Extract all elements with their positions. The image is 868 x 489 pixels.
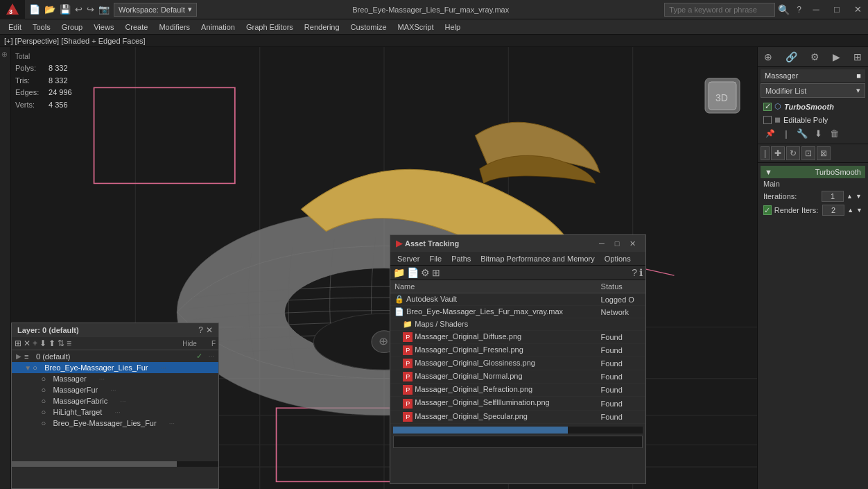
turbosm-spin-down[interactable]: ▼ [856, 193, 862, 200]
layer-tool-icon-5[interactable]: ⬆ [49, 338, 55, 348]
expand-arrow[interactable] [33, 397, 41, 405]
menu-item-views[interactable]: Views [88, 22, 119, 33]
layer-tool-icon-7[interactable]: ≡ [67, 338, 71, 348]
modifier-entry-editpoly[interactable]: ◼ Editable Poly [761, 113, 865, 126]
menu-item-customize[interactable]: Customize [345, 22, 392, 33]
turbosm-render-spin-down[interactable]: ▼ [856, 207, 862, 214]
open-icon[interactable]: 📂 [43, 3, 57, 15]
asset-close-button[interactable]: ✕ [625, 237, 640, 250]
layer-tool-icon-4[interactable]: ⬇ [40, 338, 46, 348]
asset-row-0[interactable]: 🔒Autodesk VaultLogged O [390, 293, 645, 306]
layer-row-1[interactable]: ▼○Breo_Eye-Massager_Lies_Fur··· [12, 362, 218, 373]
turbosm-spin-up[interactable]: ▲ [847, 193, 853, 200]
asset-row-7[interactable]: PMassager_Original_Refraction.pngFound [390, 384, 645, 397]
asset-row-3[interactable]: PMassager_Original_Diffuse.pngFound [390, 331, 645, 344]
layer-row-6[interactable]: ○Breo_Eye-Massager_Lies_Fur··· [12, 418, 218, 429]
asset-row-4[interactable]: PMassager_Original_Fresnel.pngFound [390, 344, 645, 357]
expand-arrow[interactable] [33, 420, 41, 427]
asset-menu-server[interactable]: Server [393, 253, 424, 264]
new-icon[interactable]: 📄 [28, 3, 42, 15]
expand-arrow[interactable] [33, 386, 41, 394]
asset-help-icon[interactable]: ? [632, 267, 637, 278]
asset-row-6[interactable]: PMassager_Original_Normal.pngFound [390, 370, 645, 384]
layer-tool-icon-2[interactable]: ✕ [24, 338, 31, 348]
layer-row-3[interactable]: ○MassagerFur··· [12, 384, 218, 395]
asset-maximize-button[interactable]: □ [609, 237, 625, 250]
asset-info-icon[interactable]: ℹ [639, 267, 643, 278]
turbosm-render-input[interactable] [822, 205, 844, 216]
panel-icon-1[interactable]: ⊕ [764, 51, 772, 62]
save-icon[interactable]: 💾 [58, 3, 72, 15]
layer-close-button[interactable]: ✕ [206, 325, 213, 335]
camera-icon[interactable]: 📷 [97, 3, 111, 15]
mod-ctrl-pin[interactable]: 📌 [763, 129, 777, 138]
layer-tool-icon-1[interactable]: ⊞ [15, 338, 21, 348]
help-icon[interactable]: ? [792, 5, 806, 15]
mod-ctrl-move-up[interactable]: | [779, 128, 793, 139]
panel-icon-5[interactable]: ⊞ [853, 51, 862, 62]
modifier-check-editpoly[interactable] [763, 116, 772, 124]
asset-row-5[interactable]: PMassager_Original_Glossiness.pngFound [390, 357, 645, 370]
panel-icon-2[interactable]: 🔗 [785, 51, 797, 62]
menu-item-tools[interactable]: Tools [27, 22, 56, 33]
layer-tool-icon-3[interactable]: + [33, 338, 37, 348]
redo-icon[interactable]: ↪ [85, 3, 96, 15]
menu-item-edit[interactable]: Edit [3, 22, 27, 33]
modifier-list-button[interactable]: Modifier List ▾ [761, 83, 865, 98]
mod-ctrl-move-down[interactable]: ⬇ [811, 128, 825, 139]
tool-scale[interactable]: ⊡ [801, 146, 815, 160]
workspace-dropdown[interactable]: Workspace: Default ▾ [114, 3, 197, 17]
tool-other[interactable]: ⊠ [817, 146, 831, 160]
layer-tool-icon-6[interactable]: ⇅ [58, 338, 64, 348]
modifier-expand-icon[interactable]: ■ [856, 71, 861, 80]
turbosm-render-check[interactable]: ✓ [763, 205, 772, 215]
menu-item-animation[interactable]: Animation [196, 22, 241, 33]
layer-question-button[interactable]: ? [198, 325, 203, 335]
close-button[interactable]: ✕ [847, 0, 868, 19]
menu-item-create[interactable]: Create [119, 22, 153, 33]
modifier-check-turbosm[interactable]: ✓ [763, 103, 772, 111]
asset-tool-2[interactable]: 📄 [407, 267, 419, 278]
layer-row-4[interactable]: ○MassagerFabric··· [12, 395, 218, 406]
menu-item-modifiers[interactable]: Modifiers [153, 22, 196, 33]
layer-scrollbar[interactable] [12, 461, 218, 467]
minimize-button[interactable]: ─ [806, 0, 826, 19]
asset-row-8[interactable]: PMassager_Original_SelfIllumination.pngF… [390, 397, 645, 410]
menu-item-maxscript[interactable]: MAXScript [392, 22, 440, 33]
expand-arrow[interactable] [33, 409, 41, 416]
panel-icon-3[interactable]: ⚙ [810, 51, 819, 62]
asset-menu-paths[interactable]: Paths [447, 253, 475, 264]
search-icon[interactable]: 🔍 [775, 4, 792, 15]
layer-row-5[interactable]: ○HiLight_Target··· [12, 406, 218, 418]
mod-ctrl-delete[interactable]: 🗑 [827, 128, 841, 139]
menu-item-rendering[interactable]: Rendering [299, 22, 345, 33]
search-input[interactable] [664, 3, 775, 17]
asset-row-2[interactable]: 📁Maps / Shaders [390, 318, 645, 331]
menu-item-graph-editors[interactable]: Graph Editors [241, 22, 299, 33]
menu-item-group[interactable]: Group [56, 22, 89, 33]
asset-row-9[interactable]: PMassager_Original_Specular.pngFound [390, 410, 645, 423]
asset-menu-file[interactable]: File [425, 253, 446, 264]
turbosm-collapse-icon[interactable]: ▼ [765, 168, 772, 176]
tool-rotate[interactable]: ↻ [786, 146, 800, 160]
tool-move[interactable]: ✚ [771, 146, 785, 160]
asset-row-1[interactable]: 📄Breo_Eye-Massager_Lies_Fur_max_vray.max… [390, 306, 645, 318]
tool-select[interactable]: | [761, 146, 770, 160]
undo-icon[interactable]: ↩ [73, 3, 84, 15]
asset-path-input[interactable] [393, 436, 643, 448]
asset-minimize-button[interactable]: ─ [594, 237, 609, 250]
asset-menu-options[interactable]: Options [600, 253, 635, 264]
layer-scrollbar-thumb[interactable] [12, 461, 177, 467]
layer-row-0[interactable]: ▶≡0 (default)✓··· [12, 350, 218, 362]
expand-arrow[interactable] [33, 375, 41, 383]
asset-tool-1[interactable]: 📁 [393, 267, 405, 278]
mod-ctrl-wrench[interactable]: 🔧 [795, 128, 809, 139]
asset-tool-4[interactable]: ⊞ [432, 267, 440, 278]
maximize-button[interactable]: □ [826, 0, 847, 19]
modifier-entry-turbosm[interactable]: ✓ ⬡ TurboSmooth [761, 100, 865, 113]
asset-menu-bitmap-performance-and-memory[interactable]: Bitmap Performance and Memory [476, 253, 598, 264]
viewport[interactable]: Total Polys: 8 332 Tris: 8 332 Edges: 24… [11, 47, 757, 489]
turbosm-iterations-input[interactable] [822, 191, 844, 202]
layer-row-2[interactable]: ○Massager··· [12, 373, 218, 384]
expand-arrow[interactable]: ▼ [24, 364, 33, 372]
